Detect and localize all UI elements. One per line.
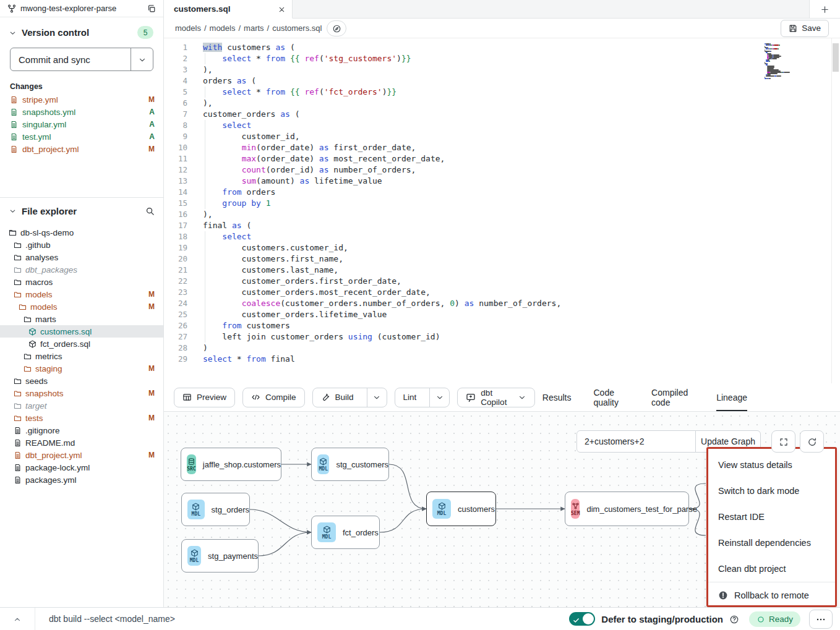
tree-item-label: dbt_packages [25, 265, 155, 275]
line-number: 1 [164, 42, 187, 53]
menu-item-rollback-to-remote[interactable]: Rollback to remote [708, 582, 835, 607]
breadcrumb-item[interactable]: models [175, 23, 201, 33]
minimap[interactable] [765, 43, 800, 79]
expand-command-bar-button[interactable] [0, 608, 35, 630]
tree-item-fct-orders-sql[interactable]: fct_orders.sql [0, 338, 163, 350]
defer-toggle[interactable] [569, 612, 595, 626]
save-button[interactable]: Save [781, 20, 829, 37]
build-button[interactable]: Build [312, 388, 387, 407]
menu-item-view-status-details[interactable]: View status details [708, 452, 835, 478]
node-label: stg_customers [336, 460, 388, 469]
tree-item-packages-yml[interactable]: packages.yml [0, 474, 163, 486]
menu-item-restart-ide[interactable]: Restart IDE [708, 504, 835, 530]
breadcrumb-item[interactable]: marts [244, 23, 264, 33]
tree-item-package-lock-yml[interactable]: package-lock.yml [0, 461, 163, 474]
tree-item-dbt-packages[interactable]: dbt_packages [0, 263, 163, 276]
help-icon[interactable] [729, 613, 739, 624]
editor-scrollbar[interactable] [833, 43, 839, 72]
tree-item-models[interactable]: modelsM [0, 300, 163, 313]
plus-icon [820, 4, 829, 15]
close-icon[interactable] [278, 4, 286, 15]
tree-item-staging[interactable]: stagingM [0, 362, 163, 375]
tree-item-db-sl-qs-demo[interactable]: db-sl-qs-demo [0, 226, 163, 239]
preview-label: Preview [197, 393, 226, 402]
changed-file-row[interactable]: test.yml A [0, 130, 163, 143]
open-lineage-button[interactable] [327, 20, 346, 36]
tree-item-models[interactable]: modelsM [0, 288, 163, 300]
lint-options-chevron[interactable] [429, 388, 449, 407]
menu-item-clean-dbt-project[interactable]: Clean dbt project [708, 556, 835, 582]
tree-item-label: README.md [25, 438, 155, 448]
lineage-node-stg_orders[interactable]: MDL stg_orders [181, 493, 250, 526]
lineage-node-stg_customers[interactable]: MDL stg_customers [311, 448, 389, 481]
code-line: 1with customers as ( [164, 42, 840, 53]
change-status-badge: A [149, 120, 155, 129]
menu-item-label: Switch to dark mode [718, 486, 799, 496]
preview-button[interactable]: Preview [174, 388, 235, 407]
code-editor[interactable]: 1with customers as (2 select * from {{ r… [164, 38, 840, 383]
fullscreen-button[interactable] [771, 430, 795, 453]
lint-button[interactable]: Lint [395, 388, 450, 407]
tree-item-target[interactable]: target [0, 399, 163, 412]
tab-code-quality[interactable]: Code quality [593, 383, 629, 411]
folder-icon [14, 253, 22, 262]
new-tab-button[interactable] [809, 0, 840, 18]
tree-item-customers-sql[interactable]: customers.sql [0, 325, 163, 338]
commit-and-sync-button[interactable]: Commit and sync [10, 48, 153, 71]
refresh-graph-button[interactable] [800, 430, 824, 453]
copy-icon[interactable] [147, 3, 156, 14]
tree-item-readme-md[interactable]: README.md [0, 436, 163, 449]
file-explorer-header[interactable]: File explorer [0, 198, 163, 223]
menu-item-reinstall-dependencies[interactable]: Reinstall dependencies [708, 530, 835, 556]
search-icon[interactable] [145, 205, 155, 216]
tree-item-tests[interactable]: testsM [0, 412, 163, 424]
code-line: 4orders as ( [164, 75, 840, 87]
tree-item-macros[interactable]: macros [0, 276, 163, 288]
tree-item--gitignore[interactable]: .gitignore [0, 424, 163, 436]
breadcrumb-item[interactable]: models [210, 23, 236, 33]
model-icon [28, 327, 36, 336]
build-options-chevron[interactable] [367, 388, 387, 407]
more-options-button[interactable] [809, 610, 833, 629]
code-line: 18 select [164, 231, 840, 242]
code-line: 16), [164, 209, 840, 220]
tree-item-dbt-project-yml[interactable]: dbt_project.ymlM [0, 449, 163, 461]
menu-item-label: Clean dbt project [718, 564, 786, 574]
tree-item-label: snapshots [25, 389, 145, 398]
tree-item-metrics[interactable]: metrics [0, 350, 163, 362]
tab-customers-sql[interactable]: customers.sql [164, 0, 293, 19]
lineage-node-stg_payments[interactable]: MDL stg_payments [181, 539, 259, 573]
tab-results[interactable]: Results [542, 383, 572, 411]
tree-item-analyses[interactable]: analyses [0, 251, 163, 263]
lineage-node-fct_orders[interactable]: MDL fct_orders [311, 516, 380, 549]
menu-item-label: View status details [718, 460, 792, 470]
tree-item--github[interactable]: .github [0, 239, 163, 251]
dbt-copilot-button[interactable]: dbt Copilot [457, 388, 534, 407]
tree-item-snapshots[interactable]: snapshotsM [0, 387, 163, 399]
changed-file-row[interactable]: dbt_project.yml M [0, 143, 163, 155]
lineage-node-jaffle[interactable]: SRC jaffle_shop.customers [181, 448, 281, 481]
command-input[interactable]: dbt build --select <model_name> [49, 614, 175, 624]
changed-file-row[interactable]: snapshots.yml A [0, 106, 163, 118]
changed-file-row[interactable]: singular.yml A [0, 118, 163, 130]
chevron-down-icon [372, 393, 381, 402]
line-number: 18 [164, 231, 187, 242]
version-control-header[interactable]: Version control 5 [0, 17, 163, 45]
lineage-selector-input[interactable] [576, 430, 696, 453]
changed-file-row[interactable]: stripe.yml M [0, 93, 163, 106]
breadcrumb-item[interactable]: customers.sql [272, 23, 322, 33]
menu-item-switch-to-dark-mode[interactable]: Switch to dark mode [708, 478, 835, 504]
compile-button[interactable]: Compile [242, 388, 305, 407]
tree-item-marts[interactable]: marts [0, 313, 163, 325]
menu-item-label: Reinstall dependencies [718, 538, 811, 548]
tab-lineage[interactable]: Lineage [716, 383, 747, 411]
tree-item-seeds[interactable]: seeds [0, 375, 163, 387]
file-icon [14, 475, 22, 485]
changed-file-name: test.yml [22, 132, 145, 142]
code-icon [251, 393, 260, 402]
lineage-node-customers[interactable]: MDL customers [426, 492, 496, 526]
tab-compiled-code[interactable]: Compiled code [651, 383, 694, 411]
lineage-node-dim[interactable]: SEM dim_customers_test_for_parse [565, 492, 689, 526]
commit-options-chevron[interactable] [131, 48, 153, 70]
branch-name: mwong-test-explorer-parse [20, 4, 143, 13]
